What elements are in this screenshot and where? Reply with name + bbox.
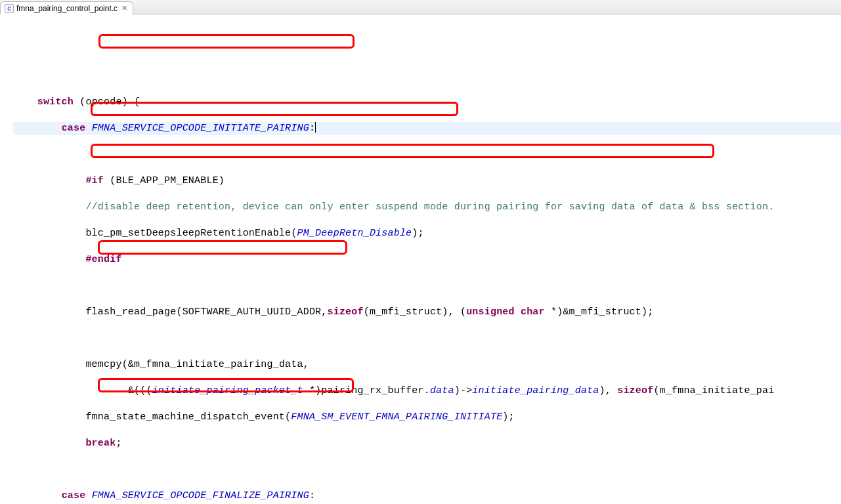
c-file-icon: c	[5, 4, 14, 13]
code-line: //disable deep retention, device can onl…	[13, 201, 841, 214]
code-line	[13, 148, 841, 161]
code-line: memcpy(&m_fmna_initiate_pairing_data,	[13, 358, 841, 371]
highlight-box	[98, 34, 355, 49]
code-line: switch (opcode) {	[13, 96, 841, 109]
code-line: case FMNA_SERVICE_OPCODE_FINALIZE_PAIRIN…	[13, 490, 841, 503]
tab-bar: c fmna_pairing_control_point.c ✕	[0, 0, 841, 14]
code-line	[13, 463, 841, 476]
code-line: fmna_state_machine_dispatch_event(FMNA_S…	[13, 411, 841, 424]
close-icon[interactable]: ✕	[121, 5, 127, 12]
code-line: case FMNA_SERVICE_OPCODE_INITIATE_PAIRIN…	[13, 122, 841, 135]
tab-filename: fmna_pairing_control_point.c	[16, 4, 118, 13]
code-editor[interactable]: switch (opcode) { case FMNA_SERVICE_OPCO…	[0, 14, 841, 504]
code-line: &(((initiate_pairing_packet_t *)pairing_…	[13, 385, 841, 398]
code-line: blc_pm_setDeepsleepRetentionEnable(PM_De…	[13, 227, 841, 240]
code-line	[13, 332, 841, 345]
code-line	[13, 280, 841, 293]
code-line: #endif	[13, 253, 841, 266]
code-line: flash_read_page(SOFTWARE_AUTH_UUID_ADDR,…	[13, 306, 841, 319]
editor-tab[interactable]: c fmna_pairing_control_point.c ✕	[0, 1, 133, 14]
highlight-box	[98, 240, 347, 255]
code-line: break;	[13, 437, 841, 450]
code-line: #if (BLE_APP_PM_ENABLE)	[13, 175, 841, 188]
